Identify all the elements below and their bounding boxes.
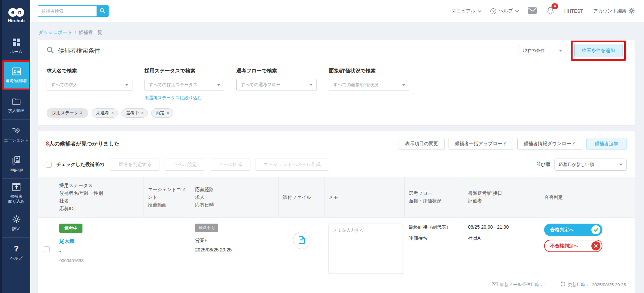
flow-cell: 最終面接（副代表） 評価待ち	[405, 224, 464, 275]
app-logo: e n Hirehub	[2, 0, 30, 31]
home-grid-icon	[12, 38, 21, 47]
account-edit-button[interactable]: アカウント編集	[593, 8, 635, 15]
flow-step: 最終面接（副代表）	[409, 224, 460, 231]
sidebar-item-candidate-import[interactable]: 候補者 取り込み	[2, 178, 30, 208]
candidate-name-link[interactable]: 尾木舞	[59, 238, 140, 245]
applied-filter-category: 採用ステータス	[47, 108, 88, 118]
add-candidate-button[interactable]: 候補者追加	[586, 138, 627, 150]
candidate-search-input[interactable]	[38, 5, 97, 17]
app-window: e n Hirehub ホーム 選考/候補者 求人管理	[0, 0, 644, 293]
memo-input[interactable]	[329, 224, 403, 274]
download-button[interactable]: 候補者情報ダウンロード	[517, 138, 582, 150]
sidebar-item-label: 設定	[12, 226, 20, 231]
sidebar-item-label: エージェント	[4, 138, 28, 143]
results-header: 8人の候補者が見つかりました 表示項目の変更 候補者一括アップロード 候補者情報…	[38, 131, 635, 155]
pass-label: 合格判定へ	[550, 227, 574, 233]
header-candidate: 採用ステータス 候補者名/年齢・性別 社名 応募ID	[55, 177, 144, 217]
manual-label: マニュアル	[452, 8, 476, 14]
candidate-cell: 選考中 尾木舞 - 0000401693	[55, 224, 144, 275]
question-mark-icon: ?	[12, 244, 21, 253]
job-name-select[interactable]: すべての求人	[47, 79, 132, 91]
interview-status-select[interactable]: すべての面接/評価状況	[329, 79, 409, 91]
pass-judgment-button[interactable]: 合格判定へ	[544, 224, 602, 236]
sort-select[interactable]: 応募日が新しい順	[554, 159, 627, 171]
selection-flow-select[interactable]: すべての選考フロー	[236, 79, 317, 91]
select-value: すべての採用ステータス	[149, 82, 197, 88]
agent-mail-button[interactable]: エージェントへメール作成	[255, 159, 329, 171]
judge-selection-button[interactable]: 選考を判定する	[110, 159, 160, 171]
envelope-outline-icon	[492, 282, 497, 287]
results-count: 8人の候補者が見つかりました	[46, 140, 120, 148]
filter-tag-in-selection[interactable]: 選考中 ×	[121, 108, 148, 118]
route-badge: 経路不明	[195, 224, 218, 232]
filter-hiring-status: 採用ステータスで検索 すべての採用ステータス 未選考ステータスに絞り込む	[144, 68, 224, 101]
remove-tag-icon[interactable]: ×	[167, 111, 169, 115]
chevron-down-icon	[478, 9, 481, 12]
current-condition-select[interactable]: 現在の条件	[519, 45, 566, 56]
gear-icon	[12, 215, 21, 224]
header-checkbox-col	[38, 177, 55, 217]
filter-selection-flow: 選考フローで検索 すべての選考フロー	[236, 68, 317, 101]
updated-datetime: 2025/08/25 20:25	[592, 282, 626, 287]
mail-button[interactable]	[528, 7, 537, 15]
candidate-id: 0000401693	[59, 258, 140, 263]
candidate-age-gender: -	[59, 249, 140, 254]
notifications-button[interactable]: 4	[547, 7, 554, 16]
notification-badge: 4	[551, 3, 558, 9]
sidebar-item-engage[interactable]: engage	[2, 149, 30, 178]
topbar: マニュアル ? ヘルプ 4	[30, 0, 644, 22]
header-memo: メモ	[325, 177, 405, 217]
sidebar-item-label: 候補者 取り込み	[8, 194, 24, 204]
sidebar-item-label: engage	[9, 167, 23, 172]
caret-down-icon	[309, 84, 313, 86]
id-card-icon	[12, 67, 21, 76]
bulk-upload-button[interactable]: 候補者一括アップロード	[449, 138, 514, 150]
create-mail-button[interactable]: メール作成	[210, 159, 250, 171]
filter-tag-offer[interactable]: 内定 ×	[151, 108, 173, 118]
sidebar-item-settings[interactable]: 設定	[2, 208, 30, 237]
hiring-status-select[interactable]: すべての採用ステータス	[144, 79, 224, 91]
en-logo-icon: e n	[8, 8, 24, 17]
search-conditions-panel: 候補者検索条件 現在の条件 検索条件を追加 求人名で検索	[38, 40, 635, 125]
status-badge: 選考中	[59, 224, 82, 233]
fail-judgment-button[interactable]: 不合格判定へ	[544, 240, 602, 252]
change-columns-button[interactable]: 表示項目の変更	[399, 138, 444, 150]
filter-interview-status: 面接/評価状況で検索 すべての面接/評価状況	[329, 68, 409, 101]
manual-menu[interactable]: マニュアル	[452, 8, 481, 14]
caret-down-icon	[217, 84, 220, 86]
filter-label: 面接/評価状況で検索	[329, 68, 409, 74]
sidebar-item-help[interactable]: ? ヘルプ	[2, 237, 30, 267]
sidebar-item-agent[interactable]: エージェント	[2, 119, 30, 149]
header-agent-comment: エージェントコメント 推薦動画	[144, 177, 191, 217]
envelope-icon	[528, 9, 537, 15]
select-all-checkbox[interactable]	[46, 162, 52, 168]
tag-text: 内定	[156, 110, 164, 116]
remove-tag-icon[interactable]: ×	[141, 111, 143, 115]
fail-label: 不合格判定へ	[550, 243, 578, 249]
sidebar-item-selection-candidates[interactable]: 選考/候補者	[2, 60, 30, 90]
row-checkbox-cell	[38, 224, 55, 275]
check-circle-icon	[591, 225, 600, 234]
filter-tag-unscreened[interactable]: 未選考 ×	[92, 108, 118, 118]
attachment-file-button[interactable]	[293, 232, 310, 249]
search-button[interactable]	[97, 5, 109, 17]
evaluator-name: 社員A	[468, 235, 536, 242]
remove-tag-icon[interactable]: ×	[111, 111, 114, 115]
sidebar-item-job-management[interactable]: 求人管理	[2, 90, 30, 119]
sidebar-item-home[interactable]: ホーム	[2, 31, 30, 60]
route-cell: 経路不明 営業E 2025/08/25 20:25	[191, 224, 279, 275]
bulk-actions-label: チェックした候補者の	[56, 162, 104, 168]
breadcrumb-dashboard-link[interactable]: ダッシュボード	[39, 30, 72, 36]
filter-label: 求人名で検索	[47, 68, 132, 74]
narrow-unscreened-link[interactable]: 未選考ステータスに絞り込む	[144, 95, 224, 101]
username-label: HHTEST	[564, 8, 583, 14]
folder-icon	[12, 97, 21, 106]
search-icon	[100, 8, 106, 15]
row-checkbox[interactable]	[44, 246, 50, 252]
tag-text: 未選考	[96, 110, 109, 116]
select-value: すべての選考フロー	[241, 82, 281, 88]
add-search-condition-button[interactable]: 検索条件を追加	[574, 44, 623, 57]
bulk-actions-row: チェックした候補者の 選考を判定する ラベル設定 メール作成 エージェントへメー…	[38, 155, 635, 177]
label-setting-button[interactable]: ラベル設定	[165, 159, 205, 171]
help-menu[interactable]: ? ヘルプ	[490, 8, 518, 14]
